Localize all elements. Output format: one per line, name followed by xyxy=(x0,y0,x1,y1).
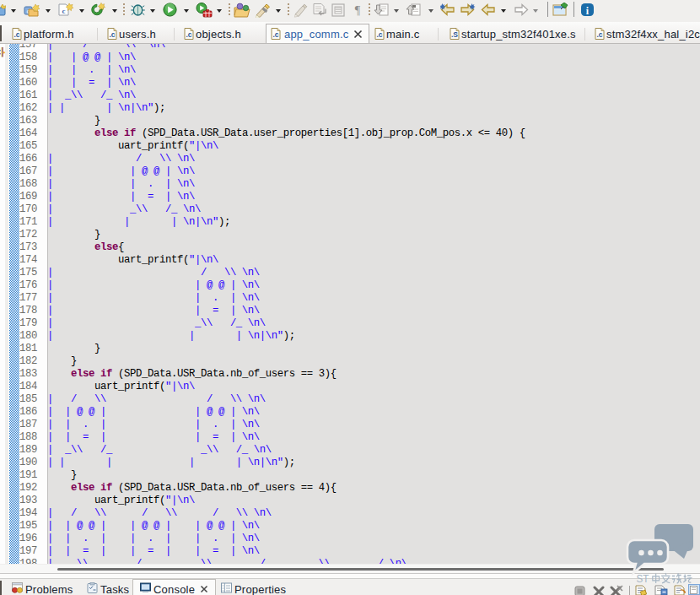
svg-text:.c: .c xyxy=(109,30,115,39)
svg-text:.c: .c xyxy=(13,30,19,39)
svg-text:¶: ¶ xyxy=(355,4,361,17)
svg-text:.c: .c xyxy=(186,30,191,39)
svg-text:.c: .c xyxy=(376,30,382,39)
svg-text:.c: .c xyxy=(272,30,278,39)
svg-text:.S: .S xyxy=(451,30,458,39)
svg-text:c: c xyxy=(62,7,66,15)
svg-text:.c: .c xyxy=(596,30,602,39)
